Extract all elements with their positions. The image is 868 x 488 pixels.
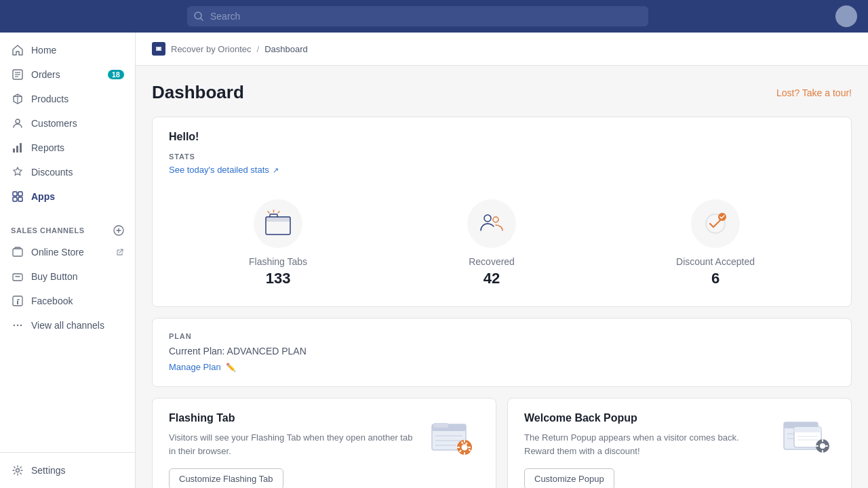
stats-link[interactable]: See today's detailed stats ↗ <box>169 165 279 175</box>
sidebar-item-home[interactable]: Home <box>0 38 135 62</box>
svg-point-28 <box>157 47 160 50</box>
svg-point-25 <box>17 325 18 326</box>
home-icon <box>11 43 24 57</box>
orders-badge: 18 <box>108 70 124 79</box>
flashing-tab-card: Flashing Tab Visitors will see your Flas… <box>152 398 496 488</box>
svg-line-32 <box>278 211 279 213</box>
stats-section-title: STATS <box>169 152 835 161</box>
sidebar-item-orders[interactable]: Orders 18 <box>0 62 135 87</box>
svg-point-24 <box>14 325 15 326</box>
breadcrumb-brand: Recover by Oriontec <box>171 44 252 54</box>
svg-point-45 <box>462 445 468 451</box>
flashing-tabs-icon-wrap <box>254 199 302 248</box>
svg-rect-66 <box>825 445 828 447</box>
stat-value: 42 <box>484 270 500 287</box>
sidebar-item-settings[interactable]: Settings <box>0 458 135 483</box>
svg-rect-9 <box>13 148 15 152</box>
svg-rect-13 <box>18 192 22 196</box>
sidebar-item-online-store[interactable]: Online Store <box>0 240 135 264</box>
svg-rect-12 <box>13 192 17 196</box>
stat-discount-accepted: Discount Accepted 6 <box>676 199 755 287</box>
svg-rect-10 <box>16 146 18 152</box>
plan-text: Current Plan: ADVANCED PLAN <box>169 346 835 357</box>
svg-rect-59 <box>794 427 821 432</box>
page-title: Dashboard <box>152 82 244 103</box>
sidebar-item-buy-button[interactable]: Buy Button <box>0 264 135 289</box>
customize-flashing-tab-button[interactable]: Customize Flashing Tab <box>169 468 283 488</box>
sidebar-item-reports[interactable]: Reports <box>0 136 135 160</box>
breadcrumb: Recover by Oriontec / Dashboard <box>136 33 868 66</box>
products-icon <box>11 92 24 106</box>
svg-point-27 <box>16 469 20 472</box>
brand-icon <box>152 42 165 56</box>
feature-card-inner: Flashing Tab Visitors will see your Flas… <box>169 412 479 488</box>
svg-rect-64 <box>822 439 823 442</box>
stat-value: 133 <box>266 270 291 287</box>
external-link-icon <box>116 248 124 256</box>
flashing-tab-title: Flashing Tab <box>169 412 414 424</box>
svg-rect-47 <box>464 452 465 455</box>
svg-rect-48 <box>468 447 471 448</box>
hello-text: Hello! <box>169 131 835 143</box>
svg-point-35 <box>493 217 498 222</box>
channel-label: Online Store <box>31 247 84 258</box>
flashing-tab-image <box>425 412 479 460</box>
view-all-channels[interactable]: View all channels <box>0 313 135 338</box>
apps-icon <box>11 190 24 203</box>
online-store-icon <box>11 245 24 259</box>
svg-rect-11 <box>20 143 22 152</box>
svg-rect-19 <box>13 249 22 256</box>
svg-rect-46 <box>464 440 465 443</box>
stats-grid: Flashing Tabs 133 <box>169 188 835 293</box>
search-wrap <box>187 6 648 26</box>
feature-card-inner: Welcome Back Popup The Return Popup appe… <box>524 412 835 488</box>
stat-flashing-tabs: Flashing Tabs 133 <box>249 199 307 287</box>
svg-rect-14 <box>13 197 17 201</box>
welcome-popup-title: Welcome Back Popup <box>524 412 770 424</box>
feature-card-text: Welcome Back Popup The Return Popup appe… <box>524 412 781 488</box>
svg-rect-67 <box>816 445 818 447</box>
manage-plan-link[interactable]: Manage Plan ✏️ <box>169 362 236 372</box>
stat-value: 6 <box>711 270 719 287</box>
tour-link[interactable]: Lost? Take a tour! <box>776 87 852 98</box>
channel-label: Buy Button <box>31 271 78 282</box>
svg-rect-65 <box>822 450 823 453</box>
stats-card: Hello! STATS See today's detailed stats … <box>152 117 852 307</box>
sidebar-item-products[interactable]: Products <box>0 87 135 111</box>
svg-rect-20 <box>13 274 22 281</box>
sidebar-item-label: Reports <box>31 142 64 153</box>
svg-rect-40 <box>433 423 448 428</box>
stat-label: Flashing Tabs <box>249 256 307 267</box>
svg-point-34 <box>484 215 491 222</box>
welcome-popup-card: Welcome Back Popup The Return Popup appe… <box>507 398 852 488</box>
stat-recovered: Recovered 42 <box>467 199 516 287</box>
sidebar-item-label: Settings <box>31 465 66 476</box>
reports-icon <box>11 141 24 155</box>
orders-icon <box>11 68 24 81</box>
dashboard-header: Dashboard Lost? Take a tour! <box>152 82 852 103</box>
svg-point-63 <box>820 443 825 449</box>
discount-accepted-icon-wrap <box>691 199 740 248</box>
stat-label: Discount Accepted <box>676 256 755 267</box>
customize-popup-button[interactable]: Customize Popup <box>524 468 614 488</box>
search-input[interactable] <box>187 6 648 26</box>
svg-point-8 <box>16 119 20 123</box>
topbar <box>0 0 868 33</box>
buy-button-icon <box>11 270 24 283</box>
stat-label: Recovered <box>469 256 515 267</box>
svg-line-1 <box>201 18 203 20</box>
sidebar-item-customers[interactable]: Customers <box>0 111 135 136</box>
sidebar-item-facebook[interactable]: Facebook <box>0 289 135 313</box>
svg-rect-15 <box>18 197 22 201</box>
sidebar-item-apps[interactable]: Apps <box>0 184 135 209</box>
channel-label: Facebook <box>31 296 73 306</box>
sidebar-item-discounts[interactable]: Discounts <box>0 160 135 184</box>
facebook-icon <box>11 294 24 308</box>
breadcrumb-separator: / <box>257 44 260 54</box>
settings-icon <box>11 464 24 477</box>
svg-line-33 <box>268 211 269 213</box>
add-channel-icon[interactable] <box>113 225 124 236</box>
feature-cards: Flashing Tab Visitors will see your Flas… <box>152 398 852 488</box>
recovered-icon-wrap <box>467 199 516 248</box>
svg-point-23 <box>17 300 18 301</box>
